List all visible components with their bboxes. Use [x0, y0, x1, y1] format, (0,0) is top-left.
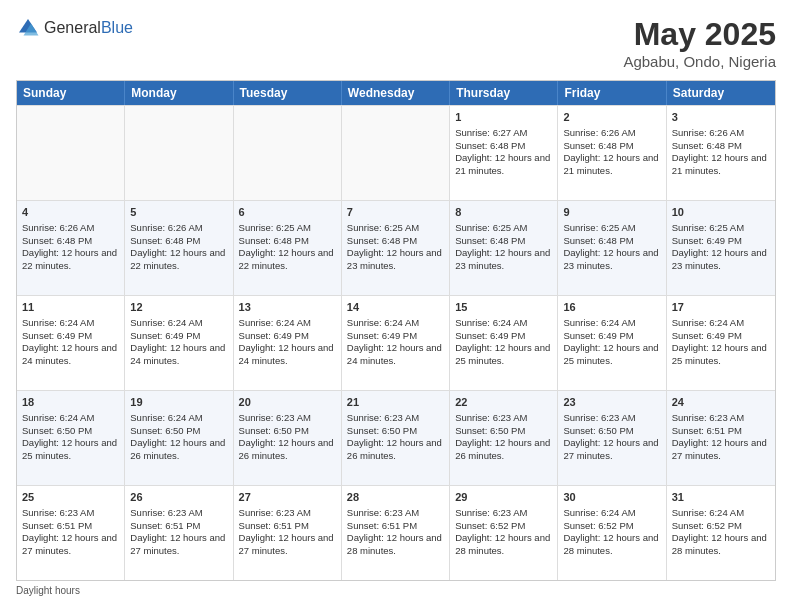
day-number: 1: [455, 110, 552, 125]
calendar-cell: 20Sunrise: 6:23 AM Sunset: 6:50 PM Dayli…: [234, 391, 342, 485]
day-info: Sunrise: 6:23 AM Sunset: 6:50 PM Dayligh…: [347, 412, 442, 461]
month-title: May 2025: [623, 16, 776, 53]
day-info: Sunrise: 6:27 AM Sunset: 6:48 PM Dayligh…: [455, 127, 550, 176]
day-number: 20: [239, 395, 336, 410]
header: GeneralBlue May 2025 Agbabu, Ondo, Niger…: [16, 16, 776, 70]
day-info: Sunrise: 6:24 AM Sunset: 6:49 PM Dayligh…: [130, 317, 225, 366]
day-info: Sunrise: 6:25 AM Sunset: 6:48 PM Dayligh…: [239, 222, 334, 271]
header-friday: Friday: [558, 81, 666, 105]
day-info: Sunrise: 6:23 AM Sunset: 6:51 PM Dayligh…: [672, 412, 767, 461]
day-info: Sunrise: 6:25 AM Sunset: 6:48 PM Dayligh…: [563, 222, 658, 271]
header-monday: Monday: [125, 81, 233, 105]
header-tuesday: Tuesday: [234, 81, 342, 105]
day-info: Sunrise: 6:26 AM Sunset: 6:48 PM Dayligh…: [130, 222, 225, 271]
day-info: Sunrise: 6:24 AM Sunset: 6:49 PM Dayligh…: [22, 317, 117, 366]
calendar-cell: 3Sunrise: 6:26 AM Sunset: 6:48 PM Daylig…: [667, 106, 775, 200]
day-number: 19: [130, 395, 227, 410]
day-info: Sunrise: 6:23 AM Sunset: 6:51 PM Dayligh…: [130, 507, 225, 556]
day-number: 12: [130, 300, 227, 315]
calendar-cell: 8Sunrise: 6:25 AM Sunset: 6:48 PM Daylig…: [450, 201, 558, 295]
calendar-cell: 19Sunrise: 6:24 AM Sunset: 6:50 PM Dayli…: [125, 391, 233, 485]
day-info: Sunrise: 6:26 AM Sunset: 6:48 PM Dayligh…: [22, 222, 117, 271]
day-number: 5: [130, 205, 227, 220]
day-number: 27: [239, 490, 336, 505]
calendar-cell: 7Sunrise: 6:25 AM Sunset: 6:48 PM Daylig…: [342, 201, 450, 295]
calendar-cell: [17, 106, 125, 200]
day-info: Sunrise: 6:24 AM Sunset: 6:52 PM Dayligh…: [672, 507, 767, 556]
day-number: 22: [455, 395, 552, 410]
day-number: 3: [672, 110, 770, 125]
calendar-cell: 27Sunrise: 6:23 AM Sunset: 6:51 PM Dayli…: [234, 486, 342, 580]
calendar-cell: 13Sunrise: 6:24 AM Sunset: 6:49 PM Dayli…: [234, 296, 342, 390]
calendar-cell: 15Sunrise: 6:24 AM Sunset: 6:49 PM Dayli…: [450, 296, 558, 390]
calendar-cell: 21Sunrise: 6:23 AM Sunset: 6:50 PM Dayli…: [342, 391, 450, 485]
day-info: Sunrise: 6:23 AM Sunset: 6:52 PM Dayligh…: [455, 507, 550, 556]
calendar-cell: 2Sunrise: 6:26 AM Sunset: 6:48 PM Daylig…: [558, 106, 666, 200]
calendar-cell: 25Sunrise: 6:23 AM Sunset: 6:51 PM Dayli…: [17, 486, 125, 580]
calendar-cell: 30Sunrise: 6:24 AM Sunset: 6:52 PM Dayli…: [558, 486, 666, 580]
day-info: Sunrise: 6:23 AM Sunset: 6:51 PM Dayligh…: [239, 507, 334, 556]
day-info: Sunrise: 6:24 AM Sunset: 6:49 PM Dayligh…: [563, 317, 658, 366]
footer-note: Daylight hours: [16, 585, 776, 596]
calendar: Sunday Monday Tuesday Wednesday Thursday…: [16, 80, 776, 581]
calendar-cell: 12Sunrise: 6:24 AM Sunset: 6:49 PM Dayli…: [125, 296, 233, 390]
calendar-cell: 17Sunrise: 6:24 AM Sunset: 6:49 PM Dayli…: [667, 296, 775, 390]
day-number: 24: [672, 395, 770, 410]
day-number: 26: [130, 490, 227, 505]
calendar-cell: 26Sunrise: 6:23 AM Sunset: 6:51 PM Dayli…: [125, 486, 233, 580]
day-number: 29: [455, 490, 552, 505]
day-info: Sunrise: 6:25 AM Sunset: 6:48 PM Dayligh…: [347, 222, 442, 271]
day-number: 23: [563, 395, 660, 410]
day-number: 28: [347, 490, 444, 505]
calendar-cell: 11Sunrise: 6:24 AM Sunset: 6:49 PM Dayli…: [17, 296, 125, 390]
calendar-cell: 16Sunrise: 6:24 AM Sunset: 6:49 PM Dayli…: [558, 296, 666, 390]
calendar-cell: 1Sunrise: 6:27 AM Sunset: 6:48 PM Daylig…: [450, 106, 558, 200]
day-info: Sunrise: 6:24 AM Sunset: 6:52 PM Dayligh…: [563, 507, 658, 556]
day-info: Sunrise: 6:26 AM Sunset: 6:48 PM Dayligh…: [672, 127, 767, 176]
calendar-cell: 5Sunrise: 6:26 AM Sunset: 6:48 PM Daylig…: [125, 201, 233, 295]
header-sunday: Sunday: [17, 81, 125, 105]
day-number: 10: [672, 205, 770, 220]
calendar-row: 11Sunrise: 6:24 AM Sunset: 6:49 PM Dayli…: [17, 295, 775, 390]
day-number: 7: [347, 205, 444, 220]
calendar-cell: 24Sunrise: 6:23 AM Sunset: 6:51 PM Dayli…: [667, 391, 775, 485]
day-info: Sunrise: 6:23 AM Sunset: 6:51 PM Dayligh…: [22, 507, 117, 556]
day-number: 14: [347, 300, 444, 315]
header-wednesday: Wednesday: [342, 81, 450, 105]
day-number: 8: [455, 205, 552, 220]
calendar-cell: 6Sunrise: 6:25 AM Sunset: 6:48 PM Daylig…: [234, 201, 342, 295]
day-info: Sunrise: 6:25 AM Sunset: 6:49 PM Dayligh…: [672, 222, 767, 271]
header-saturday: Saturday: [667, 81, 775, 105]
calendar-row: 1Sunrise: 6:27 AM Sunset: 6:48 PM Daylig…: [17, 105, 775, 200]
logo-blue: Blue: [101, 19, 133, 36]
page: GeneralBlue May 2025 Agbabu, Ondo, Niger…: [0, 0, 792, 612]
calendar-row: 18Sunrise: 6:24 AM Sunset: 6:50 PM Dayli…: [17, 390, 775, 485]
day-number: 6: [239, 205, 336, 220]
day-number: 15: [455, 300, 552, 315]
day-info: Sunrise: 6:24 AM Sunset: 6:50 PM Dayligh…: [130, 412, 225, 461]
day-info: Sunrise: 6:23 AM Sunset: 6:50 PM Dayligh…: [455, 412, 550, 461]
calendar-cell: 29Sunrise: 6:23 AM Sunset: 6:52 PM Dayli…: [450, 486, 558, 580]
calendar-cell: 18Sunrise: 6:24 AM Sunset: 6:50 PM Dayli…: [17, 391, 125, 485]
calendar-cell: 14Sunrise: 6:24 AM Sunset: 6:49 PM Dayli…: [342, 296, 450, 390]
title-block: May 2025 Agbabu, Ondo, Nigeria: [623, 16, 776, 70]
day-info: Sunrise: 6:24 AM Sunset: 6:49 PM Dayligh…: [347, 317, 442, 366]
day-number: 4: [22, 205, 119, 220]
day-info: Sunrise: 6:24 AM Sunset: 6:49 PM Dayligh…: [239, 317, 334, 366]
calendar-cell: 28Sunrise: 6:23 AM Sunset: 6:51 PM Dayli…: [342, 486, 450, 580]
day-number: 13: [239, 300, 336, 315]
calendar-cell: 23Sunrise: 6:23 AM Sunset: 6:50 PM Dayli…: [558, 391, 666, 485]
calendar-row: 4Sunrise: 6:26 AM Sunset: 6:48 PM Daylig…: [17, 200, 775, 295]
calendar-cell: 31Sunrise: 6:24 AM Sunset: 6:52 PM Dayli…: [667, 486, 775, 580]
day-info: Sunrise: 6:24 AM Sunset: 6:50 PM Dayligh…: [22, 412, 117, 461]
day-info: Sunrise: 6:24 AM Sunset: 6:49 PM Dayligh…: [455, 317, 550, 366]
day-number: 11: [22, 300, 119, 315]
day-info: Sunrise: 6:25 AM Sunset: 6:48 PM Dayligh…: [455, 222, 550, 271]
calendar-cell: 22Sunrise: 6:23 AM Sunset: 6:50 PM Dayli…: [450, 391, 558, 485]
day-number: 17: [672, 300, 770, 315]
logo-icon: [16, 16, 40, 40]
day-number: 16: [563, 300, 660, 315]
day-info: Sunrise: 6:26 AM Sunset: 6:48 PM Dayligh…: [563, 127, 658, 176]
day-number: 25: [22, 490, 119, 505]
calendar-cell: [342, 106, 450, 200]
